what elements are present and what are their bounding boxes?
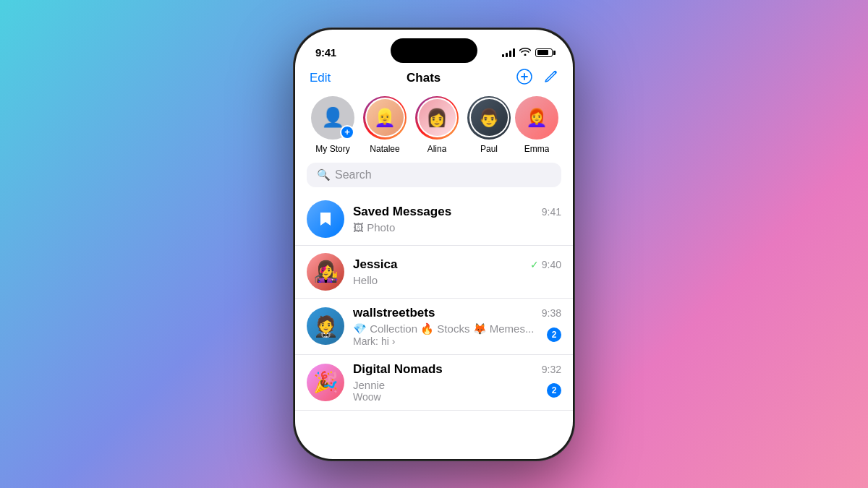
- wallstreetbets-name: wallstreetbets: [353, 306, 435, 320]
- compose-button[interactable]: [542, 69, 558, 87]
- my-story-label: My Story: [315, 144, 349, 154]
- jessica-time: 9:40: [542, 259, 561, 270]
- alina-story-label: Alina: [427, 144, 447, 154]
- search-placeholder: Search: [335, 168, 372, 181]
- header-action-icons: [516, 69, 558, 87]
- saved-messages-time: 9:41: [542, 206, 561, 218]
- saved-messages-preview: 🖼 Photo: [353, 221, 561, 234]
- paul-story-label: Paul: [480, 144, 498, 154]
- wallstreetbets-preview: 💎 Collection 🔥 Stocks 🦊 Memes...: [353, 322, 547, 335]
- header: Edit Chats: [295, 66, 573, 96]
- chat-list: Saved Messages 9:41 🖼 Photo 👩‍🎤 Jessica: [295, 193, 573, 411]
- wallstreetbets-preview2: Mark: hi ›: [353, 335, 547, 347]
- digital-nomads-name: Digital Nomads: [353, 362, 443, 377]
- story-item-paul[interactable]: 👨 Paul: [463, 96, 515, 154]
- paul-story-ring: 👨: [467, 96, 511, 140]
- chat-item-wallstreetbets[interactable]: 🤵 wallstreetbets 9:38 💎 Collection 🔥 Sto…: [295, 299, 573, 355]
- chat-item-digital-nomads[interactable]: 🎉 Digital Nomads 9:32 Jennie Woow: [295, 355, 573, 411]
- jessica-preview: Hello: [353, 274, 561, 286]
- status-time: 9:41: [315, 46, 336, 59]
- status-bar: 9:41: [295, 30, 573, 66]
- wallstreetbets-unread-badge: 2: [547, 328, 561, 342]
- chat-item-jessica[interactable]: 👩‍🎤 Jessica ✓ 9:40 Hello: [295, 246, 573, 299]
- chat-item-saved-messages[interactable]: Saved Messages 9:41 🖼 Photo: [295, 193, 573, 246]
- digital-nomads-avatar: 🎉: [307, 364, 344, 401]
- signal-icon: [502, 48, 515, 57]
- dynamic-island: [391, 38, 477, 63]
- phone-container: 9:41: [293, 27, 575, 461]
- search-icon: 🔍: [317, 168, 331, 181]
- story-item-natalee[interactable]: 👱‍♀️ Natalee: [359, 96, 411, 154]
- digital-nomads-preview2: Woow: [353, 391, 547, 403]
- digital-nomads-unread-badge: 2: [547, 383, 561, 398]
- status-icons: [502, 47, 553, 58]
- wifi-icon: [519, 47, 531, 58]
- emma-story-label: Emma: [524, 144, 550, 154]
- phone-frame: 9:41: [293, 27, 575, 461]
- jessica-avatar: 👩‍🎤: [307, 253, 344, 291]
- saved-messages-avatar: [307, 200, 344, 238]
- wallstreetbets-time: 9:38: [542, 307, 561, 319]
- saved-messages-name: Saved Messages: [353, 205, 451, 219]
- search-bar[interactable]: 🔍 Search: [307, 163, 561, 187]
- natalee-story-label: Natalee: [370, 144, 399, 154]
- digital-nomads-time: 9:32: [542, 364, 561, 375]
- emma-avatar: 👩‍🦰: [515, 96, 558, 140]
- wallstreetbets-avatar: 🤵: [307, 307, 344, 345]
- edit-button[interactable]: Edit: [310, 71, 331, 85]
- phone-screen: 9:41: [295, 30, 573, 459]
- read-check-icon: ✓: [530, 259, 539, 270]
- natalee-story-ring: 👱‍♀️: [363, 96, 407, 140]
- stories-row: 👤 + My Story 👱‍♀️: [295, 96, 573, 163]
- alina-story-ring: 👩: [415, 96, 459, 140]
- story-item-alina[interactable]: 👩 Alina: [411, 96, 463, 154]
- new-group-button[interactable]: [516, 69, 532, 87]
- jessica-name: Jessica: [353, 257, 397, 272]
- digital-nomads-preview: Jennie: [353, 379, 547, 391]
- add-story-badge: +: [340, 125, 354, 140]
- page-title: Chats: [407, 71, 441, 85]
- story-item-emma[interactable]: 👩‍🦰 Emma: [515, 96, 558, 154]
- story-item-my-story[interactable]: 👤 + My Story: [307, 96, 359, 154]
- battery-icon: [535, 48, 553, 57]
